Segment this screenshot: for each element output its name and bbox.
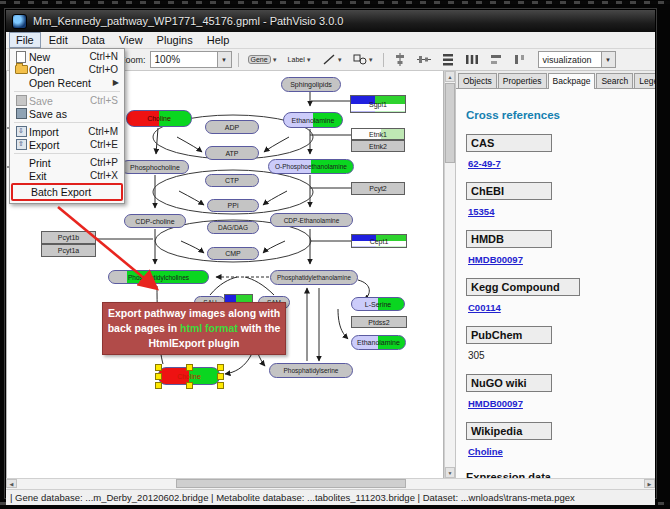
selection-handle[interactable] — [217, 373, 224, 380]
zoom-value: 100% — [151, 54, 217, 65]
menu-bar: FileEditDataViewPluginsHelp — [6, 32, 655, 49]
cross-references-heading: Cross references — [466, 109, 645, 121]
align-center-button[interactable] — [390, 51, 410, 69]
open-folder-icon — [13, 65, 29, 74]
pathway-node-cept1[interactable]: Cept1 — [351, 234, 407, 248]
file-menu-item-save[interactable]: SaveCtrl+S — [11, 94, 123, 107]
align-middle-button[interactable] — [414, 51, 434, 69]
visualization-combobox[interactable]: visualization ▼ — [538, 51, 616, 68]
pathway-node-sgpl1[interactable]: Sgpl1 — [350, 95, 406, 113]
xref-link-hmdb00097[interactable]: HMDB00097 — [468, 398, 523, 409]
pathway-node-phosphocholine[interactable]: Phosphocholine — [121, 160, 189, 174]
canvas-horizontal-scrollbar[interactable]: ◀ ▶ — [6, 478, 655, 489]
menu-view[interactable]: View — [113, 33, 149, 47]
xref-link-hmdb00097[interactable]: HMDB00097 — [468, 254, 523, 265]
selection-handle[interactable] — [217, 382, 224, 389]
sidebar-panel: ObjectsPropertiesBackpageSearchLegend Cr… — [455, 71, 655, 478]
line-tool-button[interactable]: ▼ — [319, 51, 346, 69]
pathway-node-choline[interactable]: Choline — [126, 110, 192, 127]
distribute-horizontal-button[interactable] — [462, 51, 482, 69]
common-height-button[interactable] — [510, 51, 530, 69]
menu-plugins[interactable]: Plugins — [151, 33, 199, 47]
file-menu-item-open-recent[interactable]: Open Recent▶ — [11, 76, 123, 89]
file-menu-item-exit[interactable]: ExitCtrl+X — [11, 169, 123, 182]
menu-data[interactable]: Data — [76, 33, 111, 47]
canvas-vertical-scrollbar[interactable]: ▲ ▼ — [444, 71, 455, 478]
pathway-node-etnk2[interactable]: Etnk2 — [351, 140, 405, 152]
file-menu-item-print[interactable]: PrintCtrl+P — [11, 156, 123, 169]
tab-search[interactable]: Search — [596, 73, 633, 88]
file-menu-item-save-as[interactable]: Save as — [11, 107, 123, 120]
pathway-node-ptdss2[interactable]: Ptdss2 — [351, 316, 407, 328]
menu-edit[interactable]: Edit — [43, 33, 74, 47]
horizontal-scroll-thumb[interactable] — [176, 479, 406, 488]
selection-handle[interactable] — [217, 364, 224, 371]
selection-handle[interactable] — [155, 373, 162, 380]
xref-link-62-49-7[interactable]: 62-49-7 — [468, 158, 501, 169]
pathway-node-adp[interactable]: ADP — [205, 120, 259, 134]
shape-tool-button[interactable]: ▼ — [350, 51, 377, 69]
xref-link-choline[interactable]: Choline — [468, 446, 503, 457]
selection-handle[interactable] — [155, 382, 162, 389]
tab-objects[interactable]: Objects — [458, 73, 497, 88]
pathway-node-dag-dag[interactable]: DAG/DAG — [207, 221, 259, 234]
pathway-node-ethanolamine[interactable]: Ethanolamine — [283, 112, 343, 128]
pathway-node-pcyt1b[interactable]: Pcyt1b — [41, 231, 96, 244]
file-menu-item-batch-export[interactable]: Batch Export — [11, 183, 123, 201]
menu-shortcut: Ctrl+M — [88, 126, 121, 137]
pathway-node-o-phosphoethanolamine[interactable]: O-Phosphoethanolamine — [268, 159, 354, 174]
pathway-node-pcyt2[interactable]: Pcyt2 — [351, 182, 405, 195]
align-middle-icon — [417, 53, 431, 66]
menu-item-label: Save as — [29, 108, 121, 120]
xref-header-nugo-wiki: NuGO wiki — [466, 374, 552, 392]
distribute-horizontal-icon — [465, 53, 479, 66]
pathway-node-cmp[interactable]: CMP — [207, 247, 259, 260]
pathway-node-ethanolamine[interactable]: Ethanolamine — [351, 335, 406, 350]
scroll-up-icon[interactable]: ▲ — [445, 71, 455, 82]
xref-header-wikipedia: Wikipedia — [466, 422, 552, 440]
menu-help[interactable]: Help — [201, 33, 236, 47]
tab-backpage[interactable]: Backpage — [548, 73, 596, 89]
zoom-combobox[interactable]: 100% ▼ — [150, 51, 232, 68]
file-menu-item-import[interactable]: ⇩ImportCtrl+M — [11, 125, 123, 138]
menu-file[interactable]: File — [9, 32, 41, 48]
pathway-node-atp[interactable]: ATP — [205, 146, 259, 160]
xref-link-15354[interactable]: 15354 — [468, 206, 494, 217]
scroll-left-icon[interactable]: ◀ — [6, 479, 17, 488]
export-annotation: Export pathway images along with back pa… — [102, 302, 286, 355]
add-gene-button[interactable]: Gene ▼ — [245, 51, 281, 69]
selection-handle[interactable] — [155, 364, 162, 371]
file-menu-item-export[interactable]: ⇧ExportCtrl+E — [11, 138, 123, 151]
title-bar[interactable]: Mm_Kennedy_pathway_WP1771_45176.gpml - P… — [6, 10, 655, 32]
pathway-node-cdp-ethanolamine[interactable]: CDP-Ethanolamine — [270, 213, 353, 227]
pathway-node-ppi[interactable]: PPi — [207, 199, 259, 212]
common-width-button[interactable] — [486, 51, 506, 69]
pathway-node-phosphatidylethanolamine[interactable]: Phosphatidylethanolamine — [270, 270, 358, 285]
file-menu-item-open[interactable]: OpenCtrl+O — [11, 63, 123, 76]
pathway-node-phosphatidylcholines[interactable]: Phosphatidylcholines — [108, 270, 209, 284]
pathway-node-cdp-choline[interactable]: CDP-choline — [124, 214, 186, 228]
tab-properties[interactable]: Properties — [498, 73, 547, 88]
zoom-dropdown-icon[interactable]: ▼ — [217, 52, 231, 67]
scroll-right-icon[interactable]: ▶ — [644, 479, 655, 488]
xref-link-c00114[interactable]: C00114 — [468, 302, 501, 313]
selection-handle[interactable] — [186, 382, 193, 389]
vertical-scroll-thumb[interactable] — [445, 83, 455, 163]
visualization-dropdown-icon[interactable]: ▼ — [601, 52, 615, 67]
tab-legend[interactable]: Legend — [634, 73, 655, 88]
application-window: Mm_Kennedy_pathway_WP1771_45176.gpml - P… — [5, 9, 656, 498]
expression-data-heading: Expression data — [466, 471, 645, 478]
pathway-node-ctp[interactable]: CTP — [205, 174, 259, 187]
pathway-node-phosphatidylserine[interactable]: Phosphatidylserine — [269, 363, 353, 378]
add-label-button[interactable]: Label ▼ — [285, 51, 315, 69]
app-icon — [12, 14, 27, 29]
screenshot-root: { "window": { "title": "Mm_Kennedy_pathw… — [0, 0, 670, 509]
file-menu-item-new[interactable]: NewCtrl+N — [11, 50, 123, 63]
pathway-node-etnk1[interactable]: Etnk1 — [351, 128, 405, 140]
pathway-node-sphingolipids[interactable]: Sphingolipids — [281, 77, 341, 92]
distribute-vertical-button[interactable] — [438, 51, 458, 69]
pathway-node-l-serine[interactable]: L-Serine — [351, 297, 405, 311]
selection-handle[interactable] — [186, 364, 193, 371]
pathway-node-pcyt1a[interactable]: Pcyt1a — [41, 244, 96, 257]
scroll-down-icon[interactable]: ▼ — [445, 467, 455, 478]
